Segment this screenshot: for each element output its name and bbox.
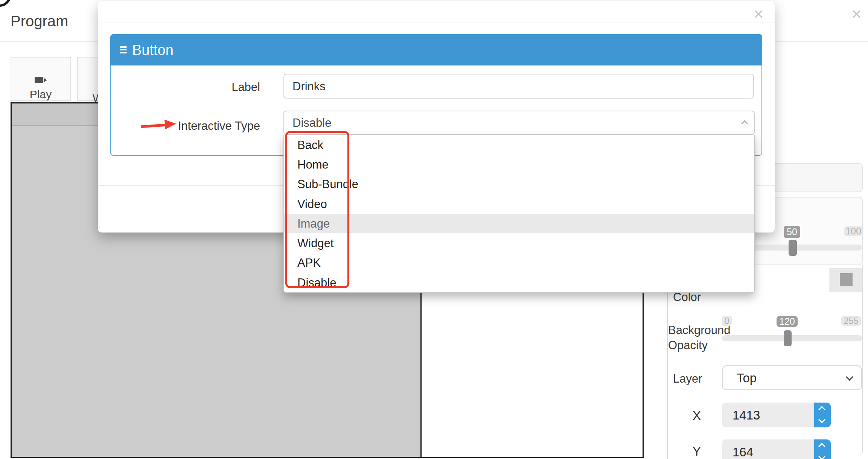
page-title: Program	[11, 14, 68, 29]
opacity-slider-thumb[interactable]	[784, 330, 792, 346]
x-coordinate-stepper[interactable]: 1413	[722, 403, 831, 427]
color-row-label: Color	[673, 291, 701, 303]
dropdown-option-disable[interactable]: Disable	[284, 273, 754, 292]
layer-row-label: Layer	[673, 373, 702, 385]
video-camera-icon	[35, 76, 47, 84]
interactive-type-select[interactable]: Disable	[283, 111, 755, 135]
layer-select-value: Top	[737, 372, 757, 384]
chevron-up-icon	[818, 406, 825, 413]
opacity-slider-track[interactable]	[722, 335, 862, 341]
dropdown-option-image[interactable]: Image	[284, 214, 754, 233]
y-stepper-down-button[interactable]	[814, 452, 831, 459]
dropdown-option-home[interactable]: Home	[284, 155, 754, 174]
y-coordinate-stepper[interactable]: 164	[722, 439, 831, 459]
chevron-down-icon	[818, 416, 825, 423]
x-row-label: X	[693, 409, 701, 422]
label-field-input[interactable]: Drinks	[283, 74, 754, 99]
size-slider-value-badge: 50	[784, 226, 800, 238]
dropdown-option-sub-bundle[interactable]: Sub-Bundle	[284, 175, 754, 194]
inspector-left-border	[667, 293, 668, 459]
chevron-down-icon	[818, 453, 825, 459]
page-close-icon[interactable]: ×	[851, 5, 862, 23]
interactive-type-dropdown-list: Back Home Sub-Bundle Video Image Widget …	[283, 135, 755, 293]
size-slider-max-badge: 100	[844, 226, 862, 236]
annotation-red-box	[285, 131, 349, 288]
dropdown-option-back[interactable]: Back	[284, 135, 754, 155]
y-coordinate-value: 164	[732, 446, 753, 458]
label-field-label: Label	[148, 81, 260, 94]
x-stepper-down-button[interactable]	[814, 415, 831, 427]
y-row-label: Y	[693, 445, 701, 457]
y-stepper-buttons	[814, 439, 831, 459]
color-swatch[interactable]	[840, 273, 853, 286]
modal-close-icon[interactable]: ×	[754, 5, 764, 23]
y-stepper-up-button[interactable]	[814, 439, 831, 452]
opacity-slider-max-badge: 255	[841, 316, 861, 326]
modal-header-divider	[98, 23, 775, 23]
x-stepper-buttons	[814, 403, 831, 427]
x-stepper-up-button[interactable]	[814, 403, 831, 415]
play-button-label: Play	[30, 89, 52, 100]
chevron-up-icon	[818, 443, 825, 450]
dropdown-option-widget[interactable]: Widget	[284, 233, 754, 253]
inspector-right-border	[862, 265, 863, 453]
opacity-slider-value-badge: 120	[777, 316, 798, 327]
modal-title: Button	[132, 43, 174, 57]
background-opacity-label: Background Opacity	[668, 323, 730, 353]
dropdown-option-video[interactable]: Video	[284, 194, 754, 214]
interactive-type-value: Disable	[292, 117, 331, 129]
size-slider-thumb[interactable]	[789, 240, 797, 256]
label-field-value: Drinks	[292, 81, 326, 92]
chevron-down-icon	[846, 373, 853, 381]
modal-title-bar[interactable]: Button	[110, 34, 762, 65]
chevron-up-icon	[741, 120, 748, 127]
hamburger-icon	[120, 46, 127, 53]
x-coordinate-value: 1413	[732, 409, 760, 421]
layer-select[interactable]: Top	[722, 365, 862, 390]
play-button[interactable]: Play	[11, 57, 71, 101]
corner-logo-arc	[0, 0, 11, 7]
dropdown-option-apk[interactable]: APK	[284, 253, 754, 273]
opacity-slider-min-badge: 0	[722, 316, 732, 326]
